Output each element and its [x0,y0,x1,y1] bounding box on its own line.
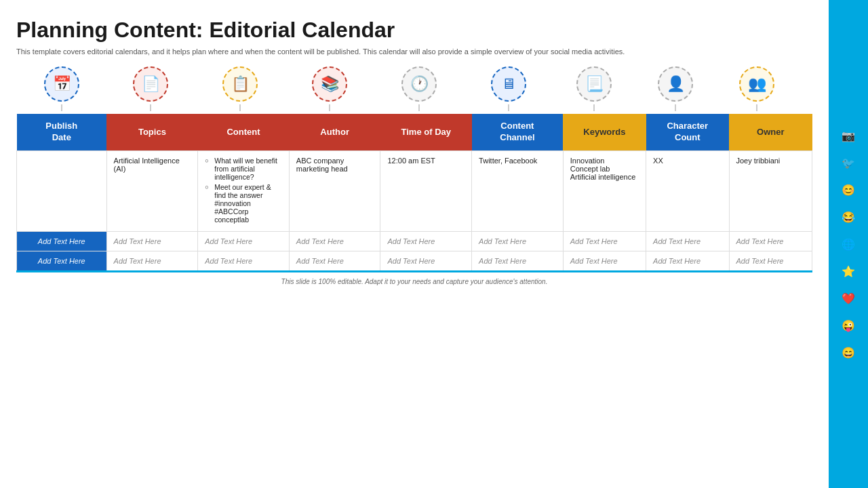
social-icon-wink: 😜 [839,316,858,335]
cell-charcount-2: Add Text Here [646,232,729,251]
cell-time-1: 12:00 am EST [380,151,472,232]
cell-time-2: Add Text Here [380,232,472,251]
connector [675,104,676,111]
topics-icon: 📄 [133,66,168,102]
bullet-item: What will we benefit from artificial int… [205,157,282,181]
icon-channel: 🖥 [464,66,553,114]
social-icon-heart: ❤️ [839,289,858,308]
content-bullet-list: What will we benefit from artificial int… [205,157,282,224]
connector [593,104,595,111]
cell-owner-2: Add Text Here [729,232,812,251]
col-header-topics: Topics [106,114,198,150]
icon-keywords: 📃 [553,66,635,114]
owner-icon: 👥 [739,66,774,102]
cell-publish-date-1: Monday 27 January 20XX [17,151,107,232]
cell-topics-2: Add Text Here [106,232,198,251]
cell-publish-date-3: Add Text Here [17,251,107,272]
social-icon-twitter: 🐦 [839,153,858,172]
cell-owner-3: Add Text Here [729,251,812,272]
connector [508,104,509,111]
cell-author-2: Add Text Here [289,232,380,251]
col-header-publish: PublishDate [17,114,107,150]
page-title: Planning Content: Editorial Calendar [16,18,812,43]
keywords-icon: 📃 [576,66,612,102]
charcount-icon: 👤 [658,66,693,102]
cell-content-1: What will we benefit from artificial int… [198,151,290,232]
col-header-content: Content [198,114,290,150]
col-header-charcount: CharacterCount [646,114,729,150]
icons-row: 📅 📄 📋 📚 🕐 🖥 📃 [16,66,812,114]
cell-owner-1: Joey tribbiani [729,151,812,232]
icon-owner: 👥 [716,66,797,114]
cell-charcount-1: XX [646,151,729,232]
time-icon: 🕐 [401,66,437,102]
social-icon-instagram: 📷 [839,126,858,145]
cell-keywords-2: Add Text Here [563,232,646,251]
cell-keywords-1: Innovation Concept lab Artificial intell… [563,151,646,232]
cell-content-2: Add Text Here [198,232,290,251]
channel-icon: 🖥 [491,66,526,102]
connector [756,104,757,111]
right-panel: 📷 🐦 😊 😂 🌐 ⭐ ❤️ 😜 😄 [829,0,868,488]
table-row: Add Text Here Add Text Here Add Text Her… [17,232,812,251]
cell-author-1: ABC company marketing head [289,151,380,232]
icon-author: 📚 [285,66,374,114]
main-content: Planning Content: Editorial Calendar Thi… [0,5,829,488]
icon-time: 🕐 [374,66,464,114]
icon-charcount: 👤 [635,66,716,114]
cell-author-3: Add Text Here [289,251,380,272]
cell-content-3: Add Text Here [198,251,290,272]
cell-charcount-3: Add Text Here [646,251,729,272]
col-header-keywords: Keywords [563,114,646,150]
icon-publish-date: 📅 [18,66,106,114]
connector [239,104,241,111]
cell-topics-3: Add Text Here [106,251,198,272]
social-icon-laugh: 😂 [839,207,858,226]
bullet-item: Meet our expert & find the answer #innov… [205,183,282,224]
cell-time-3: Add Text Here [380,251,472,272]
cell-keywords-3: Add Text Here [563,251,646,272]
cell-publish-date-2: Add Text Here [17,232,107,251]
icon-content: 📋 [195,66,285,114]
cell-channel-2: Add Text Here [472,232,564,251]
connector [418,104,420,111]
footer-note: This slide is 100% editable. Adapt it to… [16,278,812,285]
social-icon-globe: 🌐 [839,235,858,253]
content-icon: 📋 [222,66,258,102]
table-header-row: PublishDate Topics Content Author Time o… [17,114,812,150]
social-icon-smile1: 😊 [839,180,858,199]
cell-topics-1: Artificial Intelligence (AI) [106,151,198,232]
connector [150,104,151,111]
social-icon-smile2: 😄 [839,343,858,362]
col-header-owner: Owner [729,114,812,150]
page-subtitle: This template covers editorial calendars… [16,47,812,57]
calendar-table: PublishDate Topics Content Author Time o… [16,114,812,272]
cell-channel-1: Twitter, Facebook [472,151,564,232]
table-row: Monday 27 January 20XX Artificial Intell… [17,151,812,232]
social-icon-star: ⭐ [839,262,858,281]
col-header-author: Author [289,114,380,150]
connector [329,104,330,111]
col-header-time: Time of Day [380,114,472,150]
table-row: Add Text Here Add Text Here Add Text Her… [17,251,812,272]
icon-topics: 📄 [106,66,195,114]
connector [61,104,62,111]
calendar-icon: 📅 [44,66,79,102]
col-header-channel: ContentChannel [472,114,564,150]
author-icon: 📚 [312,66,347,102]
cell-channel-3: Add Text Here [472,251,564,272]
